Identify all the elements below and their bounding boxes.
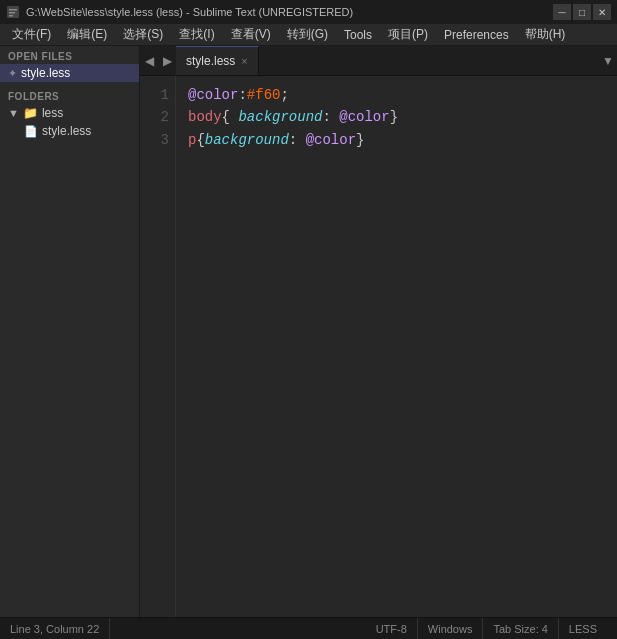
- menu-item-e[interactable]: 编辑(E): [59, 24, 115, 46]
- sidebar-open-file-style-less[interactable]: ✦ style.less: [0, 64, 139, 82]
- background-prop-2: background: [238, 109, 322, 125]
- svg-rect-2: [9, 12, 15, 14]
- code-container: 1 2 3 @color:#f60; body{ background: @co…: [140, 76, 617, 617]
- folder-child-style-less[interactable]: 📄 style.less: [0, 122, 139, 140]
- code-line-2: body{ background: @color}: [188, 106, 617, 128]
- tab-size-status: Tab Size: 4: [483, 618, 558, 639]
- encoding-status: UTF-8: [366, 618, 418, 639]
- editor-area: ◀ ▶ style.less × ▼ 1 2 3 @color:#f60; bo…: [140, 46, 617, 617]
- folder-arrow-icon: ▼: [8, 107, 19, 119]
- folder-open-icon: 📁: [23, 106, 38, 120]
- svg-rect-1: [9, 9, 17, 11]
- menu-item-preferences[interactable]: Preferences: [436, 24, 517, 46]
- maximize-button[interactable]: □: [573, 4, 591, 20]
- child-file-icon: 📄: [24, 125, 38, 138]
- folder-name: less: [42, 106, 63, 120]
- brace-open-3: {: [196, 132, 204, 148]
- tab-style-less[interactable]: style.less ×: [176, 46, 259, 75]
- status-bar: Line 3, Column 22 UTF-8 Windows Tab Size…: [0, 617, 617, 639]
- body-selector: body: [188, 109, 222, 125]
- semicolon-1: ;: [280, 87, 288, 103]
- prop-colon-2: :: [322, 109, 339, 125]
- menu-item-tools[interactable]: Tools: [336, 24, 380, 46]
- tab-dropdown-button[interactable]: ▼: [599, 46, 617, 75]
- menu-item-p[interactable]: 项目(P): [380, 24, 436, 46]
- brace-open-2: {: [222, 109, 239, 125]
- at-ref-2: @color: [339, 109, 389, 125]
- line-num-3: 3: [140, 129, 169, 151]
- close-button[interactable]: ✕: [593, 4, 611, 20]
- code-editor[interactable]: @color:#f60; body{ background: @color} p…: [176, 76, 617, 617]
- open-files-label: OPEN FILES: [0, 46, 139, 64]
- code-line-3: p{background: @color}: [188, 129, 617, 151]
- tab-label: style.less: [186, 54, 235, 68]
- cursor-position: Line 3, Column 22: [10, 618, 110, 639]
- line-num-1: 1: [140, 84, 169, 106]
- prop-colon-3: :: [289, 132, 306, 148]
- at-color-var: @color: [188, 87, 238, 103]
- tab-bar: ◀ ▶ style.less × ▼: [140, 46, 617, 76]
- menu-item-g[interactable]: 转到(G): [279, 24, 336, 46]
- color-value: #f60: [247, 87, 281, 103]
- folder-less[interactable]: ▼ 📁 less: [0, 104, 139, 122]
- app-icon: [6, 5, 20, 19]
- window-controls: ─ □ ✕: [553, 4, 611, 20]
- menu-item-i[interactable]: 查找(I): [171, 24, 222, 46]
- menu-item-s[interactable]: 选择(S): [115, 24, 171, 46]
- line-ending-status: Windows: [418, 618, 484, 639]
- main-area: OPEN FILES ✦ style.less FOLDERS ▼ 📁 less…: [0, 46, 617, 617]
- menu-item-v[interactable]: 查看(V): [223, 24, 279, 46]
- colon-1: :: [238, 87, 246, 103]
- background-prop-3: background: [205, 132, 289, 148]
- menu-item-h[interactable]: 帮助(H): [517, 24, 574, 46]
- title-bar: G:\WebSite\less\style.less (less) - Subl…: [0, 0, 617, 24]
- folders-label: FOLDERS: [0, 86, 139, 104]
- line-numbers: 1 2 3: [140, 76, 176, 617]
- window-title: G:\WebSite\less\style.less (less) - Subl…: [26, 6, 553, 18]
- line-num-2: 2: [140, 106, 169, 128]
- file-icon: ✦: [8, 67, 17, 80]
- svg-rect-3: [9, 15, 13, 17]
- code-line-1: @color:#f60;: [188, 84, 617, 106]
- brace-close-3: }: [356, 132, 364, 148]
- minimize-button[interactable]: ─: [553, 4, 571, 20]
- sidebar-open-filename: style.less: [21, 66, 70, 80]
- folders-section: FOLDERS ▼ 📁 less 📄 style.less: [0, 86, 139, 140]
- tab-close-button[interactable]: ×: [241, 56, 247, 67]
- brace-close-2: }: [390, 109, 398, 125]
- menu-bar: 文件(F)编辑(E)选择(S)查找(I)查看(V)转到(G)Tools项目(P)…: [0, 24, 617, 46]
- syntax-status: LESS: [559, 618, 607, 639]
- tab-scroll-left[interactable]: ◀: [140, 46, 158, 75]
- folder-child-filename: style.less: [42, 124, 91, 138]
- sidebar: OPEN FILES ✦ style.less FOLDERS ▼ 📁 less…: [0, 46, 140, 617]
- tab-scroll-right[interactable]: ▶: [158, 46, 176, 75]
- at-ref-3: @color: [306, 132, 356, 148]
- menu-item-f[interactable]: 文件(F): [4, 24, 59, 46]
